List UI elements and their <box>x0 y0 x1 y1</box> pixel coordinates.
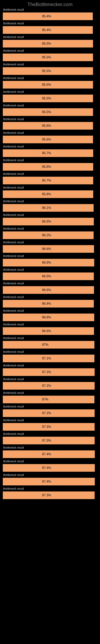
bar-fill: 97.2% <box>3 368 95 376</box>
bar-fill: 97.3% <box>3 492 95 499</box>
bar-track: 97.3% <box>3 492 97 499</box>
bar-chart: Bottleneck result95.4%Bottleneck result9… <box>0 8 100 504</box>
row-label: Bottleneck result <box>3 460 97 463</box>
table-row: Bottleneck result95.4% <box>3 8 97 20</box>
bar-fill: 97.4% <box>3 478 95 486</box>
bar-fill: 97.4% <box>3 450 95 458</box>
bar-value: 96.6% <box>42 329 51 333</box>
bar-fill: 97% <box>3 341 94 348</box>
table-row: Bottleneck result96.8% <box>3 309 97 321</box>
bar-fill: 95.8% <box>3 190 93 198</box>
bar-track: 95.5% <box>3 40 97 48</box>
row-label: Bottleneck result <box>3 158 97 162</box>
bar-track: 97% <box>3 396 97 403</box>
row-label: Bottleneck result <box>3 186 97 189</box>
row-label: Bottleneck result <box>3 323 97 326</box>
table-row: Bottleneck result96.1% <box>3 200 97 212</box>
bar-value: 97.4% <box>42 480 51 484</box>
bar-track: 96.2% <box>3 232 97 239</box>
row-label: Bottleneck result <box>3 90 97 94</box>
table-row: Bottleneck result97.4% <box>3 473 97 486</box>
row-label: Bottleneck result <box>3 254 97 258</box>
row-label: Bottleneck result <box>3 309 97 312</box>
bar-value: 96.5% <box>42 220 51 224</box>
bar-fill: 95.7% <box>3 149 93 157</box>
table-row: Bottleneck result97.3% <box>3 432 97 444</box>
table-row: Bottleneck result96.5% <box>3 268 97 280</box>
bar-track: 96.1% <box>3 204 97 212</box>
bar-track: 96.4% <box>3 300 97 308</box>
bar-track: 97.4% <box>3 478 97 486</box>
table-row: Bottleneck result95.5% <box>3 90 97 102</box>
bar-value: 95.6% <box>42 124 51 128</box>
bar-value: 96.8% <box>42 316 51 319</box>
bar-fill: 96.8% <box>3 314 94 321</box>
table-row: Bottleneck result95.6% <box>3 131 97 143</box>
table-row: Bottleneck result95.4% <box>3 22 97 34</box>
bar-value: 96.6% <box>42 247 51 251</box>
row-label: Bottleneck result <box>3 296 97 299</box>
bar-fill: 95.8% <box>3 163 93 171</box>
bar-track: 96.5% <box>3 272 97 280</box>
bar-fill: 96.6% <box>3 245 94 253</box>
bar-value: 96.8% <box>42 261 51 264</box>
table-row: Bottleneck result95.8% <box>3 186 97 198</box>
bar-track: 95.5% <box>3 67 97 75</box>
bar-fill: 95.6% <box>3 81 93 88</box>
bar-fill: 95.5% <box>3 40 93 48</box>
bar-value: 95.8% <box>42 165 51 169</box>
row-label: Bottleneck result <box>3 22 97 25</box>
bar-fill: 95.5% <box>3 108 93 116</box>
row-label: Bottleneck result <box>3 473 97 476</box>
table-row: Bottleneck result96.5% <box>3 213 97 226</box>
row-label: Bottleneck result <box>3 104 97 107</box>
bar-track: 97.2% <box>3 368 97 376</box>
row-label: Bottleneck result <box>3 145 97 148</box>
bar-fill: 96.5% <box>3 272 94 280</box>
bar-value: 97% <box>42 343 49 346</box>
bar-fill: 96.6% <box>3 327 94 335</box>
row-label: Bottleneck result <box>3 350 97 354</box>
bar-value: 95.4% <box>42 28 51 32</box>
bar-value: 96.2% <box>42 234 51 237</box>
bar-fill: 95.4% <box>3 12 93 20</box>
table-row: Bottleneck result97.2% <box>3 364 97 376</box>
bar-track: 96.5% <box>3 218 97 226</box>
table-row: Bottleneck result96.2% <box>3 227 97 239</box>
bar-fill: 97.2% <box>3 382 95 390</box>
row-label: Bottleneck result <box>3 200 97 203</box>
bar-value: 97.2% <box>42 370 51 374</box>
row-label: Bottleneck result <box>3 418 97 422</box>
bar-value: 95.4% <box>42 14 51 18</box>
bar-fill: 97.3% <box>3 423 95 431</box>
table-row: Bottleneck result96.4% <box>3 296 97 308</box>
table-row: Bottleneck result96.6% <box>3 282 97 294</box>
bar-fill: 95.7% <box>3 177 93 184</box>
bar-track: 95.6% <box>3 81 97 88</box>
row-label: Bottleneck result <box>3 268 97 271</box>
row-label: Bottleneck result <box>3 63 97 66</box>
row-label: Bottleneck result <box>3 36 97 39</box>
table-row: Bottleneck result95.8% <box>3 158 97 171</box>
bar-fill: 97.4% <box>3 464 95 472</box>
table-row: Bottleneck result97% <box>3 336 97 348</box>
table-row: Bottleneck result97.4% <box>3 460 97 472</box>
bar-track: 95.6% <box>3 122 97 130</box>
table-row: Bottleneck result96.6% <box>3 323 97 335</box>
table-row: Bottleneck result96.8% <box>3 254 97 266</box>
table-row: Bottleneck result95.5% <box>3 36 97 48</box>
bar-value: 95.5% <box>42 96 51 100</box>
table-row: Bottleneck result97.2% <box>3 378 97 390</box>
bar-track: 95.8% <box>3 163 97 171</box>
row-label: Bottleneck result <box>3 391 97 394</box>
bar-value: 95.6% <box>42 138 51 141</box>
bar-track: 97.4% <box>3 464 97 472</box>
page-title: TheBottlenecker.com <box>0 0 100 8</box>
bar-value: 97.1% <box>42 356 51 360</box>
bar-fill: 96.1% <box>3 204 94 212</box>
bar-fill: 95.6% <box>3 136 93 143</box>
bar-value: 96.1% <box>42 206 51 210</box>
bar-track: 95.4% <box>3 26 97 34</box>
bar-track: 95.8% <box>3 190 97 198</box>
row-label: Bottleneck result <box>3 378 97 381</box>
